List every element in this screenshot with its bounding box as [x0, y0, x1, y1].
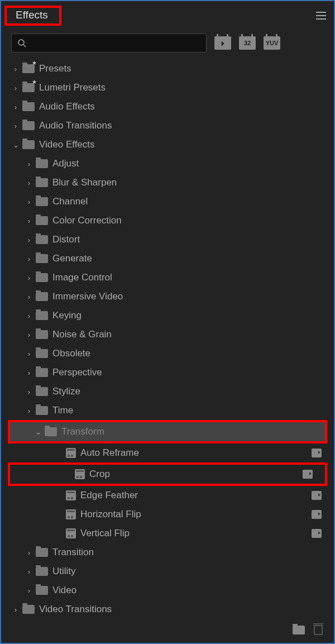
tree-item[interactable]: ›Immersive Video	[1, 287, 334, 306]
tree-item[interactable]: Edge Feather	[1, 486, 334, 505]
tree-item-label: Auto Reframe	[80, 447, 139, 459]
chevron-right-icon[interactable]: ›	[26, 331, 32, 339]
tree-item[interactable]: ›Color Correction	[1, 211, 334, 230]
chevron-right-icon[interactable]: ›	[26, 160, 32, 168]
tree-item[interactable]: Horizontal Flip	[1, 505, 334, 524]
tree-item[interactable]: Auto Reframe	[1, 443, 334, 462]
panel-header: Effects	[1, 1, 334, 28]
tree-item-label: Obsolete	[52, 348, 90, 359]
effects-tree[interactable]: ›Presets›Lumetri Presets›Audio Effects›A…	[1, 56, 334, 621]
tree-item[interactable]: ›Audio Effects	[1, 97, 334, 116]
tree-item-label: Utility	[52, 566, 76, 577]
chevron-right-icon[interactable]: ›	[26, 388, 32, 396]
tree-item[interactable]: ›Video Transitions	[1, 600, 334, 619]
chevron-down-icon[interactable]: ⌄	[12, 141, 19, 149]
tree-item-label: Vertical Flip	[80, 528, 130, 539]
chevron-right-icon[interactable]: ›	[26, 255, 32, 263]
search-input[interactable]	[11, 34, 207, 53]
panel-title: Effects	[16, 9, 48, 21]
folder-icon	[45, 427, 57, 436]
tree-item[interactable]: ›Video	[1, 581, 334, 600]
tree-item-label: Crop	[89, 469, 110, 480]
chevron-right-icon[interactable]: ›	[26, 586, 32, 595]
yuv-effects-filter-icon[interactable]: YUV	[264, 36, 280, 50]
chevron-right-icon[interactable]: ›	[26, 179, 32, 187]
tree-item[interactable]: ›Generate	[1, 249, 334, 268]
title-highlight: Effects	[4, 6, 61, 26]
folder-icon	[36, 178, 48, 187]
tree-item-label: Channel	[52, 196, 88, 207]
tree-item[interactable]: ›Adjust	[1, 154, 334, 173]
chevron-right-icon[interactable]: ›	[26, 236, 32, 244]
folder-icon	[36, 567, 48, 576]
tree-item-label: Color Correction	[52, 215, 122, 226]
tree-item[interactable]: ›Perspective	[1, 363, 334, 382]
presets-bin-icon	[22, 64, 35, 73]
tree-item-label: Video	[52, 585, 76, 596]
tree-item[interactable]: ›Transition	[1, 543, 334, 562]
tree-item-label: Stylize	[52, 386, 80, 397]
tree-item[interactable]: ⌄Transform	[10, 422, 325, 441]
chevron-right-icon[interactable]: ›	[12, 605, 19, 614]
chevron-right-icon[interactable]: ›	[12, 84, 19, 92]
chevron-right-icon[interactable]: ›	[26, 274, 32, 282]
folder-icon	[36, 368, 48, 377]
folder-icon	[36, 406, 48, 415]
tree-item[interactable]: ›Keying	[1, 306, 334, 325]
tree-item[interactable]: ›Lumetri Presets	[1, 78, 334, 97]
folder-icon	[36, 330, 48, 339]
tree-item[interactable]: ›Stylize	[1, 382, 334, 401]
search-icon	[17, 39, 26, 47]
tree-item-label: Transform	[61, 426, 104, 437]
tree-item[interactable]: ›Blur & Sharpen	[1, 173, 334, 192]
tree-item[interactable]: ›Presets	[1, 59, 334, 78]
toolbar: ⏵ 32 YUV	[1, 28, 334, 56]
tree-item[interactable]: ›Audio Transitions	[1, 116, 334, 135]
new-bin-icon[interactable]	[293, 626, 305, 635]
folder-icon	[36, 273, 48, 282]
tree-item-label: Perspective	[52, 367, 102, 378]
effect-preset-icon	[75, 469, 85, 479]
tree-item[interactable]: ›Noise & Grain	[1, 325, 334, 344]
menu-icon[interactable]	[316, 12, 326, 20]
accelerated-badge-icon	[312, 510, 322, 519]
tree-item-label: Audio Effects	[39, 101, 95, 112]
folder-icon	[22, 121, 35, 130]
32bit-effects-filter-icon[interactable]: 32	[239, 36, 256, 50]
chevron-right-icon[interactable]: ›	[26, 312, 32, 320]
chevron-right-icon[interactable]: ›	[26, 350, 32, 358]
chevron-right-icon[interactable]: ›	[26, 567, 32, 576]
tree-item[interactable]: ›Time	[1, 401, 334, 420]
chevron-right-icon[interactable]: ›	[26, 293, 32, 301]
tree-item-label: Video Effects	[39, 139, 95, 150]
chevron-right-icon[interactable]: ›	[26, 407, 32, 415]
chevron-right-icon[interactable]: ›	[12, 122, 19, 130]
chevron-right-icon[interactable]: ›	[26, 198, 32, 206]
tree-item[interactable]: ›Distort	[1, 230, 334, 249]
tree-item-label: Immersive Video	[52, 291, 123, 302]
effects-panel: Effects ⏵ 32 YUV ›Presets›Lumetri Preset…	[0, 0, 335, 644]
tree-item-label: Blur & Sharpen	[52, 177, 117, 188]
accelerated-effects-filter-icon[interactable]: ⏵	[214, 36, 231, 50]
tree-item[interactable]: ›Channel	[1, 192, 334, 211]
chevron-right-icon[interactable]: ›	[26, 369, 32, 377]
folder-icon	[36, 311, 48, 320]
folder-icon	[36, 197, 48, 206]
tree-item[interactable]: ⌄Video Effects	[1, 135, 334, 154]
chevron-right-icon[interactable]: ›	[12, 103, 19, 111]
chevron-down-icon[interactable]: ⌄	[35, 428, 41, 436]
tree-item[interactable]: ›Obsolete	[1, 344, 334, 363]
chevron-right-icon[interactable]: ›	[26, 217, 32, 225]
tree-item[interactable]: ›Utility	[1, 562, 334, 581]
tree-item-label: Image Control	[52, 272, 112, 283]
chevron-right-icon[interactable]: ›	[12, 65, 19, 73]
tree-item-label: Distort	[52, 234, 80, 245]
folder-icon	[22, 605, 35, 614]
chevron-right-icon[interactable]: ›	[26, 548, 32, 557]
effect-preset-icon	[66, 448, 76, 458]
tree-item[interactable]: Vertical Flip	[1, 524, 334, 543]
delete-icon[interactable]	[314, 625, 323, 635]
effect-preset-icon	[66, 509, 76, 519]
tree-item[interactable]: ›Image Control	[1, 268, 334, 287]
tree-item[interactable]: Crop	[10, 465, 325, 484]
